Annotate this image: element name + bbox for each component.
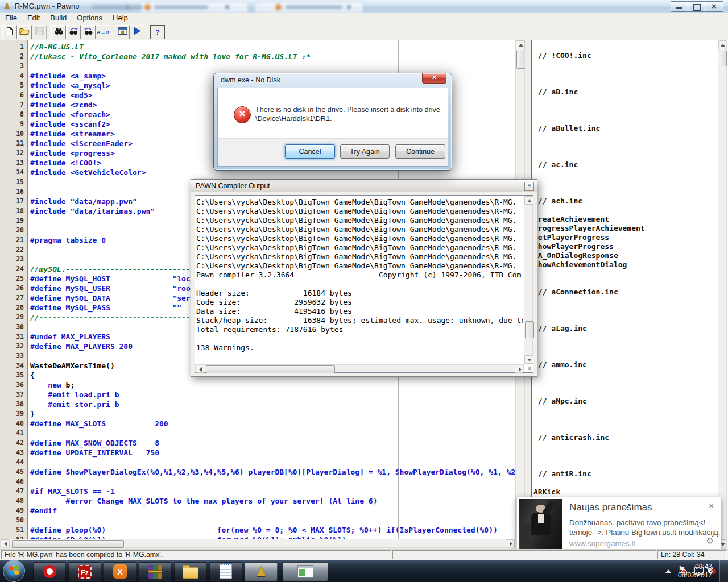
replace-button[interactable]: A→B xyxy=(96,25,110,39)
taskbar-button-filezilla[interactable]: Fz xyxy=(68,562,101,581)
scrollbar-thumb[interactable] xyxy=(206,365,335,373)
code-segment: #undef MAX_PLAYERS xyxy=(30,332,110,341)
compile-run-button[interactable] xyxy=(130,25,144,39)
code-line: 48 #error Change MAX_SLOTS to the max pl… xyxy=(0,496,515,506)
panel-line xyxy=(533,442,715,451)
taskbar-button-opera[interactable] xyxy=(33,562,66,581)
notification-popup[interactable]: Naujas pranešimas Donžhuanas. pacitavo t… xyxy=(516,497,721,551)
find-next-button[interactable] xyxy=(66,25,81,39)
scrollbar-thumb[interactable] xyxy=(719,51,727,66)
pawno-titlebar[interactable]: R-MG.pwn - Pawno xyxy=(0,0,728,13)
code-text xyxy=(27,187,30,197)
notification-settings-icon[interactable] xyxy=(706,536,714,546)
code-segment: } xyxy=(30,410,35,418)
find-button[interactable] xyxy=(51,25,66,39)
status-line-col: Ln: 28 Col: 34 xyxy=(657,550,727,559)
show-desktop-button[interactable] xyxy=(719,560,728,582)
scroll-down-button[interactable] xyxy=(524,355,533,364)
scrollbar-thumb[interactable] xyxy=(12,540,124,548)
menu-item-file[interactable]: File xyxy=(0,13,22,24)
panel-line xyxy=(533,60,715,69)
panel-vertical-scrollbar[interactable] xyxy=(718,40,727,549)
code-text: #include "data/itarimas.pwn" xyxy=(27,206,155,216)
line-number: 44 xyxy=(0,458,27,467)
maximize-button[interactable] xyxy=(688,1,705,12)
scroll-up-button[interactable] xyxy=(524,196,533,205)
browser-tab[interactable] xyxy=(139,1,249,13)
code-text: #undef MAX_PLAYERS xyxy=(27,332,110,342)
dialog-close-button[interactable] xyxy=(422,73,446,84)
code-segment: //R-MG.US.LT xyxy=(30,43,84,51)
scroll-left-button[interactable] xyxy=(1,539,10,547)
scrollbar-thumb[interactable] xyxy=(516,51,526,69)
panel-line xyxy=(533,133,715,142)
code-text: #define MySQL_USER "root" xyxy=(27,284,199,293)
no-disk-dialog[interactable]: dwm.exe - No Disk There is no disk in th… xyxy=(213,73,452,171)
functions-panel[interactable]: // !COO!.inc // aB.inc // aBullet.inc //… xyxy=(531,40,728,549)
scroll-up-button[interactable] xyxy=(516,40,525,49)
code-line: 44 xyxy=(0,458,515,467)
panel-line: // anticrash.inc xyxy=(533,433,715,442)
browser-tab[interactable] xyxy=(254,1,363,13)
new-file-button[interactable] xyxy=(2,25,17,39)
system-tray: × 09:43 08/03/2017 xyxy=(557,560,728,582)
scrollbar-thumb[interactable] xyxy=(525,321,534,338)
code-line: 41 xyxy=(0,429,515,438)
taskbar-button-compiler-output-window[interactable] xyxy=(283,562,328,581)
line-number: 47 xyxy=(0,487,27,496)
code-segment: #if MAX_SLOTS == -1 xyxy=(30,487,115,496)
taskbar-button-winrar[interactable] xyxy=(139,562,172,581)
menu-item-build[interactable]: Build xyxy=(45,13,72,24)
taskbar-button-xampp[interactable]: X xyxy=(104,562,136,581)
editor-horizontal-scrollbar[interactable] xyxy=(0,539,515,548)
compiler-horizontal-scrollbar[interactable] xyxy=(195,364,524,372)
panel-line xyxy=(533,269,715,278)
menu-item-help[interactable]: Help xyxy=(107,13,133,24)
code-text: #include <zcmd> xyxy=(27,100,97,110)
close-button[interactable] xyxy=(705,1,723,12)
cancel-button[interactable]: Cancel xyxy=(285,144,335,159)
code-segment: WasteDeAMXersTime() xyxy=(30,361,115,370)
find-previous-button[interactable] xyxy=(81,25,96,39)
compiler-options-button[interactable] xyxy=(115,25,130,39)
resize-grip[interactable]: ⠿ xyxy=(528,367,532,372)
compiler-vertical-scrollbar[interactable] xyxy=(524,196,533,364)
menu-item-options[interactable]: Options xyxy=(72,13,107,24)
scroll-left-button[interactable] xyxy=(196,365,204,373)
line-number: 35 xyxy=(0,371,27,380)
help-button[interactable]: ? xyxy=(150,25,165,39)
app-window-icon xyxy=(297,565,313,578)
output-line: C:\Users\vycka\Desktop\BigTown GameMode\… xyxy=(196,243,523,252)
taskbar-button-notepad[interactable] xyxy=(209,562,242,581)
open-file-button[interactable] xyxy=(17,25,32,39)
taskbar-button-explorer[interactable] xyxy=(174,562,207,581)
open-file-icon xyxy=(19,27,30,38)
new-file-icon xyxy=(5,27,14,38)
notification-close-icon[interactable] xyxy=(709,501,714,510)
continue-button[interactable]: Continue xyxy=(395,144,445,159)
notification-body-line1: Donžhuanas. pacitavo tavo pranešimą<!-- xyxy=(569,518,710,527)
clock[interactable]: 09:43 08/03/2017 xyxy=(678,563,712,580)
compiler-output-window[interactable]: PAWN Compiler Output C:\Users\vycka\Desk… xyxy=(191,179,537,377)
scroll-right-button[interactable] xyxy=(506,539,515,547)
code-line: 43#define UPDATE_INTERVAL 750 xyxy=(0,448,515,458)
start-button[interactable] xyxy=(3,560,25,582)
line-number: 23 xyxy=(0,255,27,264)
scroll-right-button[interactable] xyxy=(515,365,523,373)
compiler-close-button[interactable] xyxy=(524,182,534,191)
line-number: 46 xyxy=(0,477,27,487)
minimize-button[interactable] xyxy=(671,1,688,12)
menu-item-edit[interactable]: Edit xyxy=(22,13,45,24)
taskbar-button-pawno[interactable] xyxy=(245,562,278,581)
compiler-window-titlebar[interactable]: PAWN Compiler Output xyxy=(191,180,537,192)
folder-icon xyxy=(183,567,198,579)
code-text: } xyxy=(27,409,35,419)
scroll-up-button[interactable] xyxy=(718,40,726,49)
try-again-button[interactable]: Try Again xyxy=(340,144,390,159)
panel-line xyxy=(533,306,715,315)
line-number: 10 xyxy=(0,129,27,139)
save-file-button[interactable] xyxy=(32,25,47,39)
panel-line xyxy=(533,97,715,106)
desktop: R-MG.pwn - Pawno FileEditBuildOptionsHel… xyxy=(0,0,728,582)
hidden-icons-button[interactable] xyxy=(665,569,671,573)
